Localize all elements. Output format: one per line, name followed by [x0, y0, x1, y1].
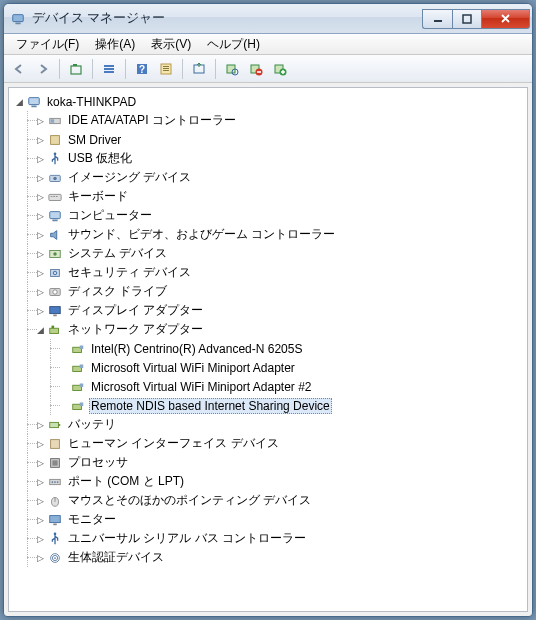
svg-rect-23	[29, 97, 40, 104]
expand-toggle[interactable]: ▷	[34, 229, 46, 241]
add-icon[interactable]	[269, 58, 291, 80]
expand-toggle[interactable]: ▷	[34, 476, 46, 488]
tree-node[interactable]: ◢ネットワーク アダプター	[16, 320, 525, 339]
expand-toggle[interactable]: ▷	[34, 305, 46, 317]
tree-node-label: ディスク ドライブ	[66, 282, 169, 301]
tree-node[interactable]: Remote NDIS based Internet Sharing Devic…	[21, 396, 525, 415]
expand-toggle[interactable]: ▷	[34, 457, 46, 469]
tree-node[interactable]: ▷モニター	[16, 510, 525, 529]
up-container-icon[interactable]	[65, 58, 87, 80]
svg-rect-52	[80, 383, 84, 387]
tree-node-label: バッテリ	[66, 415, 118, 434]
netcard-icon	[70, 341, 86, 357]
tree-node[interactable]: ▷ディスク ドライブ	[16, 282, 525, 301]
list-icon[interactable]	[98, 58, 120, 80]
tree-node-label: koka-THINKPAD	[45, 94, 138, 110]
tree-node[interactable]: ▷IDE ATA/ATAPI コントローラー	[16, 111, 525, 130]
netcard-icon	[70, 360, 86, 376]
tree-node-label: ヒューマン インターフェイス デバイス	[66, 434, 281, 453]
tree-node[interactable]: ▷USB 仮想化	[16, 149, 525, 168]
svg-rect-56	[59, 424, 61, 426]
tree-node-label: ポート (COM と LPT)	[66, 472, 186, 491]
tree-node[interactable]: Intel(R) Centrino(R) Advanced-N 6205S	[21, 339, 525, 358]
tree-node[interactable]: Microsoft Virtual WiFi Miniport Adapter …	[21, 377, 525, 396]
tree-node[interactable]: ▷セキュリティ デバイス	[16, 263, 525, 282]
tree-node[interactable]: ▷マウスとそのほかのポインティング デバイス	[16, 491, 525, 510]
port-icon	[47, 474, 63, 490]
svg-rect-59	[52, 460, 57, 465]
help-icon[interactable]: ?	[131, 58, 153, 80]
svg-rect-67	[53, 523, 57, 525]
expand-toggle[interactable]: ▷	[34, 210, 46, 222]
expand-toggle[interactable]: ▷	[34, 153, 46, 165]
tree-node[interactable]: ▷ユニバーサル シリアル バス コントローラー	[16, 529, 525, 548]
system-icon	[47, 246, 63, 262]
tree-node[interactable]: ▷コンピューター	[16, 206, 525, 225]
expand-toggle[interactable]: ▷	[34, 248, 46, 260]
tree-node-label: SM Driver	[66, 132, 123, 148]
tree-node[interactable]: ▷ポート (COM と LPT)	[16, 472, 525, 491]
tree-node[interactable]: Microsoft Virtual WiFi Miniport Adapter	[21, 358, 525, 377]
toolbar-separator	[92, 59, 93, 79]
back-icon[interactable]	[8, 58, 30, 80]
menu-file[interactable]: ファイル(F)	[8, 34, 87, 55]
menu-help[interactable]: ヘルプ(H)	[199, 34, 268, 55]
monitor-icon	[47, 512, 63, 528]
expand-toggle[interactable]: ▷	[34, 267, 46, 279]
remove-icon[interactable]	[245, 58, 267, 80]
scan-icon[interactable]	[221, 58, 243, 80]
menu-action[interactable]: 操作(A)	[87, 34, 143, 55]
svg-rect-14	[163, 70, 169, 71]
expand-toggle[interactable]: ▷	[34, 191, 46, 203]
maximize-button[interactable]	[452, 9, 482, 29]
minimize-button[interactable]	[422, 9, 452, 29]
expand-toggle[interactable]: ▷	[34, 172, 46, 184]
tree-node-label: キーボード	[66, 187, 130, 206]
tree-node[interactable]: ▷キーボード	[16, 187, 525, 206]
tree-node-label: Microsoft Virtual WiFi Miniport Adapter …	[89, 379, 314, 395]
svg-point-28	[54, 152, 57, 155]
biometric-icon	[47, 550, 63, 566]
titlebar[interactable]: デバイス マネージャー	[4, 4, 532, 34]
forward-icon[interactable]	[32, 58, 54, 80]
expand-toggle[interactable]: ▷	[34, 552, 46, 564]
tree-node[interactable]: ▷ヒューマン インターフェイス デバイス	[16, 434, 525, 453]
svg-rect-27	[51, 135, 60, 144]
svg-rect-0	[13, 14, 24, 21]
menu-view[interactable]: 表示(V)	[143, 34, 199, 55]
tree-node[interactable]: ▷システム デバイス	[16, 244, 525, 263]
tree-node[interactable]: ▷ディスプレイ アダプター	[16, 301, 525, 320]
tree-node-label: ユニバーサル シリアル バス コントローラー	[66, 529, 308, 548]
svg-rect-2	[434, 20, 442, 22]
svg-rect-6	[104, 65, 114, 67]
tree-node-label: イメージング デバイス	[66, 168, 193, 187]
tree-node[interactable]: ▷プロセッサ	[16, 453, 525, 472]
collapse-toggle[interactable]: ◢	[13, 96, 25, 108]
tree-node[interactable]: ▷イメージング デバイス	[16, 168, 525, 187]
tree-node-label: Remote NDIS based Internet Sharing Devic…	[89, 398, 332, 414]
properties-icon[interactable]	[155, 58, 177, 80]
refresh-icon[interactable]	[188, 58, 210, 80]
tree-node[interactable]: ▷SM Driver	[16, 130, 525, 149]
keyboard-icon	[47, 189, 63, 205]
expand-toggle[interactable]: ▷	[34, 286, 46, 298]
collapse-toggle[interactable]: ◢	[34, 324, 46, 336]
tree-node[interactable]: ▷バッテリ	[16, 415, 525, 434]
tree-root-node[interactable]: ◢koka-THINKPAD	[11, 92, 525, 111]
expand-toggle[interactable]: ▷	[34, 495, 46, 507]
expand-toggle[interactable]: ▷	[34, 438, 46, 450]
tree-node-label: システム デバイス	[66, 244, 169, 263]
expand-toggle[interactable]: ▷	[34, 419, 46, 431]
tree-node[interactable]: ▷サウンド、ビデオ、およびゲーム コントローラー	[16, 225, 525, 244]
expand-toggle[interactable]: ▷	[34, 514, 46, 526]
svg-text:?: ?	[139, 64, 145, 75]
tree-node-label: IDE ATA/ATAPI コントローラー	[66, 111, 238, 130]
expand-toggle[interactable]: ▷	[34, 134, 46, 146]
close-button[interactable]	[482, 9, 530, 29]
tree-node[interactable]: ▷生体認証デバイス	[16, 548, 525, 567]
expand-toggle[interactable]: ▷	[34, 115, 46, 127]
hid-icon	[47, 436, 63, 452]
expand-toggle[interactable]: ▷	[34, 533, 46, 545]
computer-icon	[47, 208, 63, 224]
tree-view[interactable]: ◢koka-THINKPAD▷IDE ATA/ATAPI コントローラー▷SM …	[8, 87, 528, 612]
